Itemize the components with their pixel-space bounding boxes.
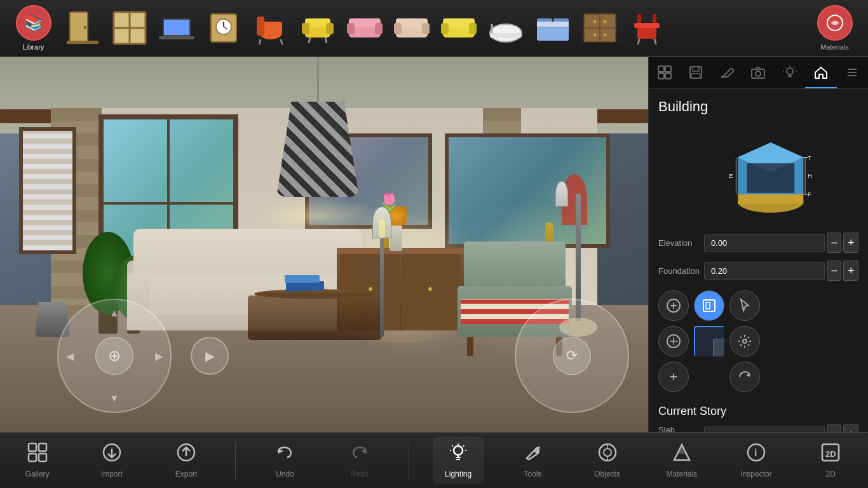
svg-rect-62: [693, 67, 699, 71]
svg-rect-31: [422, 23, 430, 34]
room-scene: 🌷: [0, 57, 648, 432]
foundation-minus-button[interactable]: −: [827, 261, 842, 281]
zoom-button[interactable]: [658, 362, 689, 392]
redo-label: Redo: [350, 470, 369, 478]
objects-label: Objects: [594, 470, 620, 478]
floor-lamp-left-back: [380, 222, 384, 337]
objects-icon: [597, 442, 618, 467]
svg-rect-34: [441, 23, 449, 34]
floor-plan-button-active[interactable]: [694, 290, 724, 321]
furniture-sofa-yellow[interactable]: [437, 6, 481, 50]
3d-viewport[interactable]: 🌷: [0, 57, 648, 432]
svg-line-16: [259, 39, 261, 44]
slab-thickness-input[interactable]: [704, 426, 825, 433]
furniture-chair-orange[interactable]: [248, 6, 293, 50]
svg-rect-15: [257, 17, 264, 36]
slab-minus-button[interactable]: −: [827, 424, 842, 432]
bottom-import[interactable]: Import: [86, 437, 137, 484]
wall-decor-left: [19, 127, 76, 254]
svg-rect-58: [665, 66, 671, 72]
slab-thickness-row: Slab Thickness − +: [658, 424, 858, 432]
foundation-row: Foundation − +: [658, 261, 858, 281]
elevation-plus-button[interactable]: +: [843, 233, 858, 253]
rotate-button[interactable]: [729, 362, 760, 392]
nav-circle-move[interactable]: ⊕ ▲ ▼ ◀ ▶: [57, 299, 172, 413]
furniture-armchair-yellow[interactable]: [295, 6, 340, 50]
bottom-2d[interactable]: 2D 2D: [805, 437, 856, 484]
materials-button[interactable]: Materials: [808, 2, 862, 54]
svg-text:T: T: [807, 155, 811, 161]
furniture-cabinet-brown[interactable]: [578, 6, 622, 50]
elevation-minus-button[interactable]: −: [827, 233, 842, 253]
bottom-lighting[interactable]: Lighting: [433, 437, 484, 484]
furniture-sofa-pink[interactable]: [342, 6, 387, 50]
add-object-button[interactable]: [658, 290, 689, 321]
foundation-plus-button[interactable]: +: [843, 261, 858, 281]
svg-rect-59: [658, 73, 664, 79]
lighting-label: Lighting: [445, 470, 471, 478]
svg-rect-100: [29, 454, 36, 461]
svg-rect-98: [29, 444, 36, 451]
furniture-chair-red[interactable]: [625, 6, 669, 50]
import-label: Import: [101, 470, 123, 478]
svg-text:i: i: [754, 447, 757, 458]
lighting-icon: [448, 442, 468, 467]
furniture-bed-blue[interactable]: [531, 6, 575, 50]
materials-bottom-label: Materials: [666, 470, 697, 478]
furniture-window[interactable]: [107, 6, 152, 50]
nav-circle-rotate[interactable]: ⟳: [515, 299, 629, 413]
svg-point-47: [604, 20, 607, 24]
svg-line-23: [325, 37, 327, 43]
bottom-redo[interactable]: Redo: [334, 437, 385, 484]
library-button[interactable]: 📚 Library: [6, 2, 60, 54]
svg-marker-107: [361, 449, 366, 454]
bottom-undo[interactable]: Undo: [259, 437, 310, 484]
svg-line-117: [526, 458, 527, 459]
svg-point-1: [84, 26, 87, 29]
tab-save[interactable]: [680, 57, 711, 88]
svg-rect-8: [159, 36, 194, 39]
bottom-materials[interactable]: Materials: [656, 437, 707, 484]
svg-line-114: [463, 445, 465, 447]
furniture-sofa-beige[interactable]: [390, 6, 434, 50]
foundation-label: Foundation: [658, 266, 704, 276]
tab-light[interactable]: [774, 57, 805, 88]
tab-paint[interactable]: [712, 57, 743, 88]
svg-point-119: [604, 449, 611, 456]
svg-rect-20: [302, 23, 309, 34]
tab-home[interactable]: [805, 57, 836, 88]
svg-rect-53: [634, 23, 660, 28]
select-button[interactable]: [729, 290, 760, 321]
floor-plan-preview-container: [694, 326, 724, 356]
svg-rect-57: [658, 66, 664, 72]
move-button[interactable]: [658, 326, 689, 356]
furniture-clock[interactable]: [201, 6, 246, 50]
elevation-input[interactable]: [704, 234, 825, 252]
settings-button[interactable]: [729, 326, 760, 356]
bottom-objects[interactable]: Objects: [582, 437, 633, 484]
svg-rect-7: [164, 20, 189, 35]
furniture-laptop[interactable]: [154, 6, 199, 50]
foundation-input[interactable]: [704, 262, 825, 280]
separator-1: [235, 442, 236, 480]
tab-rooms[interactable]: [649, 57, 680, 88]
furniture-bathtub[interactable]: [484, 6, 528, 50]
bottom-tools[interactable]: Tools: [507, 437, 558, 484]
bottom-inspector[interactable]: i Inspector: [731, 437, 782, 484]
furniture-door[interactable]: [60, 6, 105, 50]
bottom-export[interactable]: Export: [161, 437, 212, 484]
slab-plus-button[interactable]: +: [843, 424, 858, 432]
svg-point-66: [756, 71, 761, 76]
tab-camera[interactable]: [743, 57, 774, 88]
nav-circle-small[interactable]: ▶: [191, 337, 229, 375]
svg-point-94: [743, 339, 747, 343]
right-panel: Building T H E F: [648, 57, 868, 432]
svg-text:E: E: [729, 173, 733, 179]
bottom-gallery[interactable]: Gallery: [12, 437, 63, 484]
svg-rect-60: [665, 73, 671, 79]
tab-list[interactable]: [837, 57, 868, 88]
panel-tabs: [649, 57, 868, 89]
svg-point-48: [593, 34, 597, 37]
elevation-label: Elevation: [658, 238, 704, 248]
gallery-label: Gallery: [25, 470, 50, 478]
